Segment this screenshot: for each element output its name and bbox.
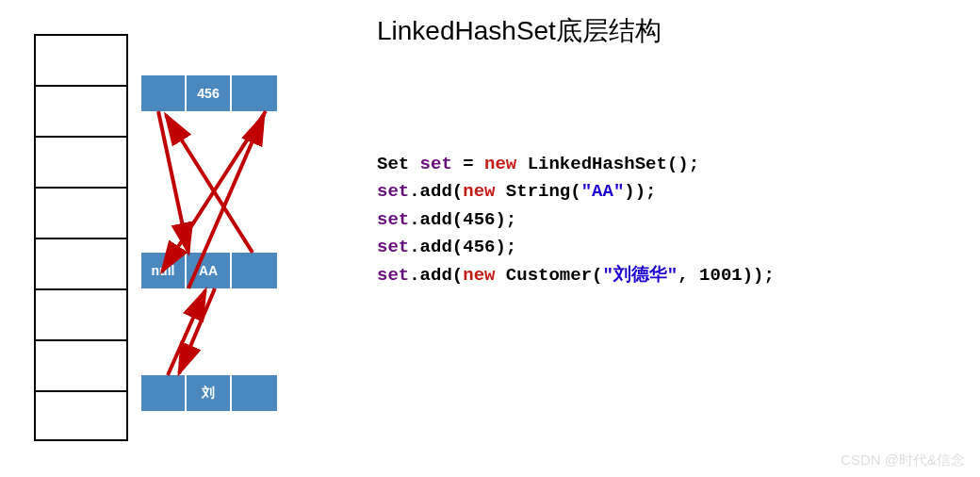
code-line: set.add(new Customer("刘德华", 1001)); — [377, 262, 775, 289]
t: Customer — [506, 265, 592, 286]
t: ( — [592, 265, 602, 286]
array-cell — [34, 339, 128, 390]
node-next — [232, 253, 277, 288]
node-value: 456 — [187, 75, 232, 111]
watermark: CSDN @时代&信念 — [841, 452, 965, 469]
t: .add( — [409, 237, 463, 257]
t: String — [506, 181, 570, 202]
svg-line-4 — [179, 288, 215, 373]
diagram-title: LinkedHashSet底层结构 — [377, 13, 662, 49]
t: set — [420, 154, 452, 174]
code-line: set.add(new String("AA")); — [377, 178, 775, 206]
node-prev: null — [141, 253, 187, 288]
t: new — [463, 265, 506, 286]
array-cell — [34, 85, 128, 136]
t: new — [463, 181, 506, 202]
svg-line-3 — [168, 290, 205, 375]
node-prev — [141, 375, 187, 411]
t: = — [452, 154, 484, 174]
code-line: set.add(456); — [377, 206, 775, 234]
t: , — [678, 265, 699, 286]
t: (); — [667, 154, 699, 174]
t: )); — [624, 181, 656, 202]
hash-array — [34, 34, 128, 441]
code-line: Set set = new LinkedHashSet(); — [377, 151, 775, 178]
t: ( — [570, 181, 580, 202]
array-cell — [34, 390, 128, 441]
array-cell — [34, 288, 128, 339]
array-cell — [34, 136, 128, 187]
code-block: Set set = new LinkedHashSet(); set.add(n… — [377, 151, 775, 289]
t: ); — [495, 209, 516, 230]
array-cell — [34, 34, 128, 85]
node-prev — [141, 75, 187, 111]
svg-line-2 — [162, 111, 266, 271]
t: .add( — [409, 209, 463, 230]
t: LinkedHashSet — [528, 154, 667, 174]
t: .add( — [409, 265, 463, 286]
t: 1001 — [699, 265, 743, 286]
t: set — [377, 181, 409, 202]
t: ); — [495, 237, 516, 257]
t: "刘德华" — [602, 265, 678, 286]
node-value: 刘 — [187, 375, 232, 411]
t: set — [377, 209, 409, 230]
t: "AA" — [581, 181, 625, 202]
t: set — [377, 265, 409, 286]
node-next — [232, 375, 277, 411]
node-456: 456 — [141, 75, 277, 111]
t: new — [484, 154, 528, 174]
node-aa: null AA — [141, 253, 277, 288]
array-cell — [34, 187, 128, 238]
t: 456 — [463, 209, 495, 230]
node-value: AA — [187, 253, 232, 288]
array-cell — [34, 238, 128, 288]
t: .add( — [409, 181, 463, 202]
t: Set — [377, 154, 420, 174]
t: )); — [743, 265, 775, 286]
t: 456 — [463, 237, 495, 257]
t: set — [377, 237, 409, 257]
code-line: set.add(456); — [377, 234, 775, 261]
node-next — [232, 75, 277, 111]
node-liu: 刘 — [141, 375, 277, 411]
svg-line-0 — [158, 111, 188, 253]
svg-line-1 — [166, 115, 253, 253]
